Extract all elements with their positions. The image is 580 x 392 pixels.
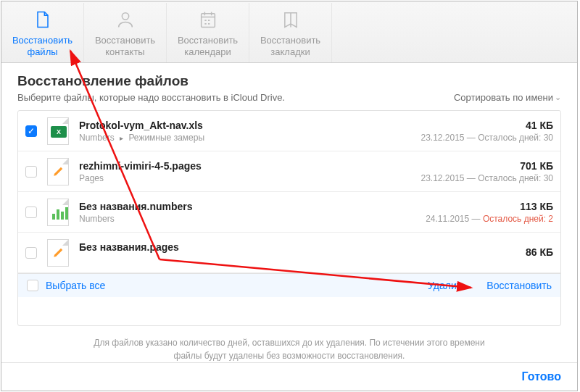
file-size: 701 КБ	[520, 160, 553, 172]
table-row[interactable]: X Protokol-vym_Akt-nav.xls Numbers ▸ Реж…	[18, 111, 560, 151]
select-all-checkbox[interactable]	[27, 280, 38, 291]
tab-restore-bookmarks[interactable]: Восстановить закладки	[249, 3, 332, 62]
page-title: Восстановление файлов	[17, 73, 561, 89]
file-size: 113 КБ	[520, 201, 553, 212]
svg-point-0	[122, 13, 128, 20]
tab-label: календари	[184, 46, 231, 57]
page-subtitle: Выберите файлы, которые надо восстановит…	[17, 92, 285, 103]
chevron-down-icon: ⌄	[555, 93, 561, 102]
delete-button[interactable]: Удалить	[428, 280, 466, 291]
table-row[interactable]: Без названия.pages 86 КБ	[18, 233, 560, 273]
content-area: Восстановление файлов Выберите файлы, ко…	[1, 63, 577, 362]
sort-label: Сортировать по имени	[454, 92, 553, 103]
tab-restore-contacts[interactable]: Восстановить контакты	[84, 3, 167, 62]
calendar-icon	[196, 7, 220, 32]
tab-label: файлы	[27, 46, 57, 57]
file-name: Protokol-vym_Akt-nav.xls	[79, 120, 412, 131]
file-path: Numbers	[79, 214, 417, 224]
file-date: 23.12.2015 — Осталось дней: 30	[420, 173, 553, 183]
contact-icon	[113, 7, 138, 32]
file-type-icon: X	[46, 117, 70, 146]
list-footer: Выбрать все Удалить Восстановить	[18, 273, 560, 297]
file-list: X Protokol-vym_Akt-nav.xls Numbers ▸ Реж…	[17, 110, 561, 326]
row-checkbox[interactable]	[25, 247, 37, 259]
file-name: Без названия.numbers	[79, 201, 417, 212]
file-path: Pages	[79, 173, 412, 183]
file-path: Numbers ▸ Режимные замеры	[79, 133, 412, 143]
info-note: Для файлов указано количество дней, оста…	[86, 336, 492, 362]
tab-label: Восстановить	[260, 35, 320, 46]
row-checkbox[interactable]	[25, 125, 37, 137]
file-date: 23.12.2015 — Осталось дней: 30	[420, 133, 553, 143]
restore-files-dialog: Восстановить файлы Восстановить контакты	[1, 1, 578, 391]
file-icon	[30, 7, 55, 32]
row-checkbox[interactable]	[25, 207, 37, 218]
file-size: 86 КБ	[526, 246, 553, 258]
tab-label: контакты	[105, 46, 144, 57]
restore-button[interactable]: Восстановить	[486, 280, 552, 291]
select-all[interactable]: Выбрать все	[27, 280, 105, 291]
tab-restore-files[interactable]: Восстановить файлы	[1, 3, 84, 62]
done-button[interactable]: Готово	[522, 370, 561, 383]
file-type-icon	[46, 198, 70, 227]
sort-dropdown[interactable]: Сортировать по имени ⌄	[454, 92, 561, 103]
row-checkbox[interactable]	[25, 166, 37, 178]
bottom-bar: Готово	[1, 362, 577, 391]
tab-restore-calendars[interactable]: Восстановить календари	[167, 3, 249, 62]
file-date: 24.11.2015 — Осталось дней: 2	[426, 214, 553, 224]
bookmark-icon	[278, 7, 303, 32]
tab-label: Восстановить	[95, 35, 155, 46]
file-name: rezhimni-vimiri-4-5.pages	[79, 160, 412, 172]
table-row[interactable]: rezhimni-vimiri-4-5.pages Pages 701 КБ 2…	[18, 151, 560, 192]
file-type-icon	[46, 157, 70, 186]
file-name: Без названия.pages	[79, 241, 517, 253]
select-all-label: Выбрать все	[46, 280, 105, 291]
table-row[interactable]: Без названия.numbers Numbers 113 КБ 24.1…	[18, 192, 560, 233]
tab-label: закладки	[270, 46, 310, 57]
tab-label: Восстановить	[12, 35, 72, 46]
tab-label: Восстановить	[178, 35, 238, 46]
file-size: 41 КБ	[526, 120, 553, 131]
toolbar: Восстановить файлы Восстановить контакты	[1, 1, 577, 63]
file-type-icon	[46, 238, 70, 267]
file-path	[79, 254, 517, 264]
